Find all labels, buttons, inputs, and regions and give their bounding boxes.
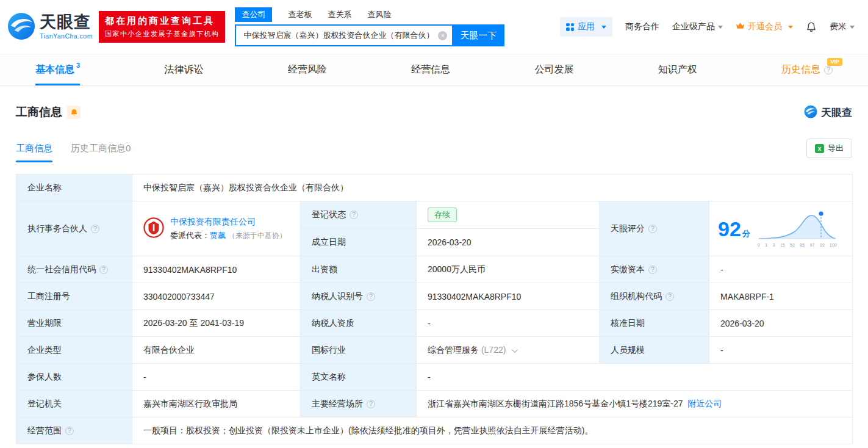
help-icon[interactable] [665, 292, 674, 301]
rep-name-link[interactable]: 贾飙 [210, 231, 226, 240]
table-row: 企业名称 中保投智启宸（嘉兴）股权投资合伙企业（有限合伙） [16, 175, 853, 201]
export-label: 导出 [828, 143, 844, 154]
paid-capital-label: 实缴资本 [600, 256, 709, 283]
score-label: 天眼评分 [600, 201, 709, 256]
tax-id-label: 纳税人识别号 [301, 283, 417, 310]
search-tab-risk[interactable]: 查风险 [367, 9, 391, 21]
search-input[interactable] [242, 31, 438, 41]
help-icon[interactable] [824, 66, 833, 74]
excel-icon [815, 144, 824, 153]
help-icon[interactable] [648, 225, 657, 233]
table-row: 参保人数 - 英文名称 - [16, 364, 853, 391]
paid-capital-value: - [709, 256, 853, 283]
apps-label: 应用 [578, 21, 595, 32]
ent-name-value: 中保投智启宸（嘉兴）股权投资合伙企业（有限合伙） [132, 175, 853, 201]
table-row: 企业类型 有限合伙企业 国标行业 综合管理服务 (L722) 人员规模 - [16, 337, 853, 364]
tab-legal-proceedings[interactable]: 法律诉讼 [164, 54, 203, 85]
authority-label: 登记机关 [16, 391, 132, 417]
help-icon[interactable] [99, 266, 108, 274]
search-tab-boss[interactable]: 查老板 [288, 9, 312, 21]
open-vip-button[interactable]: 开通会员 [736, 21, 793, 32]
apps-menu[interactable]: 应用 [560, 17, 612, 37]
search-box: 天眼一下 [235, 24, 504, 46]
en-name-label: 英文名称 [301, 364, 417, 391]
help-icon[interactable] [350, 211, 358, 219]
subtab-business-info[interactable]: 工商信息 [16, 143, 52, 154]
reg-no-value: 330402000733447 [132, 283, 301, 310]
authority-value: 嘉兴市南湖区行政审批局 [132, 391, 301, 417]
tab-intellectual-property[interactable]: 知识产权 [658, 54, 697, 85]
menu-enterprise-products[interactable]: 企业级产品 [672, 21, 723, 32]
ent-name-label: 企业名称 [16, 175, 132, 201]
est-date-label: 成立日期 [301, 229, 417, 256]
table-row: 工商注册号 330402000733447 纳税人识别号 91330402MAK… [16, 283, 853, 310]
table-row: 经营范围 一般项目：股权投资；创业投资（限投资未上市企业）(除依法须经批准的项目… [16, 417, 853, 444]
monitor-bell-icon[interactable] [67, 106, 81, 119]
tab-count-badge: 3 [76, 62, 80, 69]
staff-size-label: 人员规模 [600, 337, 709, 364]
tab-company-development[interactable]: 公司发展 [534, 54, 573, 85]
tab-label: 经营信息 [411, 63, 450, 76]
tab-label: 历史信息 [781, 63, 820, 76]
tab-label: 知识产权 [658, 63, 697, 76]
logo-text-cn: 天眼查 [40, 14, 93, 31]
chevron-down-icon[interactable] [512, 347, 518, 353]
search-button[interactable]: 天眼一下 [452, 24, 504, 46]
subtab-history-business-info[interactable]: 历史工商信息0 [71, 143, 131, 154]
tax-id-value: 91330402MAKA8RPF10 [417, 283, 600, 310]
help-icon[interactable] [65, 427, 74, 435]
insured-value: - [132, 364, 301, 391]
header-menu: 应用 商务合作 企业级产品 开通会员 费米 [560, 17, 855, 37]
watermark-label: 天眼查 [821, 106, 852, 120]
partner-label: 执行事务合伙人 [16, 201, 132, 256]
partner-company-link[interactable]: 中保投资有限责任公司 [170, 217, 256, 226]
tianyancha-logo[interactable]: 天眼查 TianYanCha.com [7, 12, 93, 42]
subtab-label: 工商信息 [16, 143, 52, 153]
tianyancha-watermark-icon [804, 105, 817, 120]
cooperation-label: 商务合作 [625, 21, 659, 32]
est-date-value: 2026-03-20 [417, 229, 600, 256]
help-icon[interactable] [648, 266, 657, 274]
industry-code: (L722) [481, 345, 506, 355]
help-icon[interactable] [367, 400, 375, 408]
tab-history-info[interactable]: 历史信息 VIP [781, 54, 833, 85]
logo-text-en: TianYanCha.com [40, 32, 93, 40]
tab-operating-info[interactable]: 经营信息 [411, 54, 450, 85]
help-icon[interactable] [91, 225, 99, 233]
enterprise-label: 企业级产品 [672, 21, 715, 32]
nearby-companies-link[interactable]: 附近公司 [687, 399, 722, 408]
notification-bell-icon[interactable] [806, 21, 817, 32]
status-badge: 存续 [428, 208, 457, 222]
username-label: 费米 [830, 21, 847, 32]
search-area: 查公司 查老板 查关系 查风险 天眼一下 [235, 7, 504, 46]
scope-label: 经营范围 [16, 417, 132, 444]
chevron-down-icon [788, 26, 793, 29]
scope-value: 一般项目：股权投资；创业投资（限投资未上市企业）(除依法须经批准的项目外，凭营业… [132, 417, 853, 444]
help-icon[interactable] [367, 292, 375, 301]
top-header: 天眼查 TianYanCha.com 都在用的商业查询工具 国家中小企业发展子基… [0, 0, 868, 54]
slogan-line2: 国家中小企业发展子基金旗下机构 [105, 29, 220, 38]
active-tab-underline [35, 84, 80, 85]
industry-value: 综合管理服务 (L722) [417, 337, 600, 364]
table-row: 统一社会信用代码 91330402MAKA8RPF10 出资额 20000万人民… [16, 256, 853, 283]
export-button[interactable]: 导出 [806, 139, 852, 158]
en-name-value: - [417, 364, 853, 391]
menu-cooperation[interactable]: 商务合作 [625, 21, 659, 32]
tab-label: 法律诉讼 [164, 63, 203, 76]
tab-operating-risk[interactable]: 经营风险 [288, 54, 327, 85]
search-tab-relation[interactable]: 查关系 [328, 9, 351, 21]
capital-label: 出资额 [301, 256, 417, 283]
main-content: 工商信息 天眼查 工商信息 历史工商信息0 [0, 104, 868, 448]
address-value: 浙江省嘉兴市南湖区东栅街道南江路1856号基金小镇1号楼219室-27 附近公司 [417, 391, 853, 417]
term-label: 营业期限 [16, 310, 132, 337]
section-header: 工商信息 天眼查 [16, 104, 852, 120]
industry-label: 国标行业 [301, 337, 417, 364]
user-menu[interactable]: 费米 [830, 21, 855, 32]
subtab-label: 历史工商信息0 [71, 143, 131, 153]
search-input-wrap [235, 24, 452, 46]
reg-status-value: 存续 [417, 201, 600, 229]
tab-basic-info[interactable]: 基本信息 3 [35, 54, 80, 85]
partner-value: 中保投资有限责任公司 委派代表：贾飙 （来源于中基协） [132, 201, 301, 256]
search-tab-company[interactable]: 查公司 [235, 7, 272, 22]
clear-search-icon[interactable] [438, 31, 447, 40]
